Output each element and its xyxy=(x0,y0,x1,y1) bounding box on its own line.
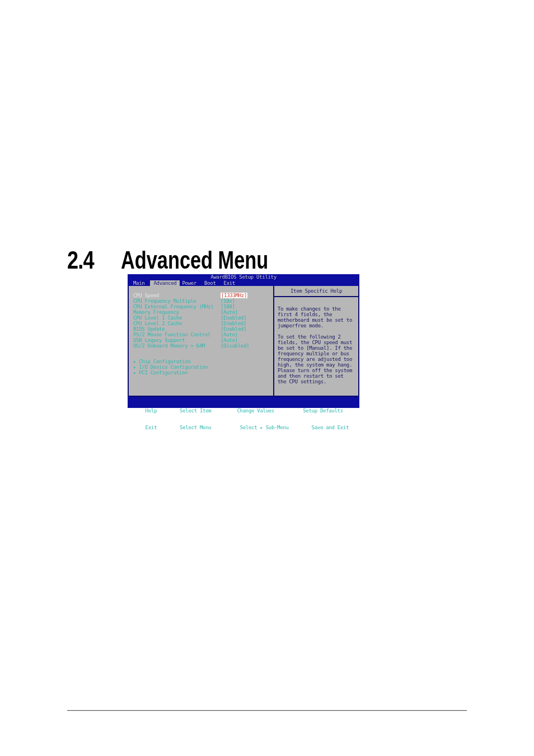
setting-value: [Enabled] xyxy=(221,321,246,326)
setting-label: PS/2 Mouse Function Control xyxy=(133,332,221,337)
setting-l2-cache[interactable]: CPU Level 2 Cache [Enabled] xyxy=(133,321,271,326)
submenu-chip-config[interactable]: ▸ Chip Configuration xyxy=(133,359,271,364)
submenu-io-device[interactable]: ▸ I/O Device Configuration xyxy=(133,364,271,370)
page: 2.4 Advanced Menu AwardBIOS Setup Utilit… xyxy=(0,0,534,756)
setting-l1-cache[interactable]: CPU Level 1 Cache [Enabled] xyxy=(133,315,271,321)
bios-menu-power[interactable]: Power xyxy=(180,280,202,286)
setting-value: [Auto] xyxy=(221,309,238,315)
triangle-icon: ▸ xyxy=(133,364,139,370)
setting-os2-memory[interactable]: OS/2 Onboard Memory > 64M [Disabled] xyxy=(133,343,271,349)
setting-label: Memory Frequency xyxy=(133,309,221,315)
footer-key: ←→ xyxy=(165,425,171,430)
setting-label: CPU Level 2 Cache xyxy=(133,321,221,326)
setting-cpu-ext-freq[interactable]: CPU External Frequency (MHz) [100] xyxy=(133,304,271,309)
bios-menu-bar: Main Advanced Power Boot Exit xyxy=(128,280,359,286)
triangle-icon: ▸ xyxy=(133,370,139,375)
footer-key: F5 xyxy=(289,408,294,414)
setting-value: [Auto] xyxy=(221,337,238,343)
bios-body: CPU Speed [1333MHz] CPU Frequency Multip… xyxy=(128,286,359,397)
heading-number: 2.4 xyxy=(67,246,94,274)
heading-title: Advanced Menu xyxy=(121,246,268,274)
setting-label: BIOS Update xyxy=(133,326,221,332)
footer-row-1: F1 Help ↑↓ Select Item -/+ Change Values… xyxy=(131,408,356,414)
submenu-pci-config[interactable]: ▸ PCI Configuration xyxy=(133,370,271,375)
setting-value: [Auto] xyxy=(221,332,238,337)
footer-key: Enter xyxy=(220,425,235,430)
setting-label: CPU Level 1 Cache xyxy=(133,315,221,321)
bios-footer: F1 Help ↑↓ Select Item -/+ Change Values… xyxy=(128,397,359,408)
submenu-label: PCI Configuration xyxy=(139,370,188,375)
footer-key: ↑↓ xyxy=(165,408,171,414)
setting-ps2-mouse[interactable]: PS/2 Mouse Function Control [Auto] xyxy=(133,332,271,337)
footer-key: F1 xyxy=(131,408,137,414)
triangle-icon: ▸ xyxy=(133,359,139,364)
page-footer-rule xyxy=(67,710,467,711)
submenu-label: I/O Device Configuration xyxy=(139,364,208,370)
bios-title-bar: AwardBIOS Setup Utility xyxy=(128,274,359,280)
footer-text: Select ▸ Sub-Menu xyxy=(240,425,289,430)
setting-bios-update[interactable]: BIOS Update [Enabled] xyxy=(133,326,271,332)
help-text: To make changes to the first 4 fields, t… xyxy=(278,306,355,384)
setting-label: CPU Frequency Multiple xyxy=(133,298,221,304)
footer-text: Exit xyxy=(146,425,157,430)
footer-text: Help xyxy=(146,408,157,414)
help-panel-title: Item Specific Help xyxy=(274,288,358,297)
setting-value: [1333MHz] xyxy=(221,293,247,298)
footer-text: Select Item xyxy=(180,408,211,414)
footer-text: Save and Exit xyxy=(312,425,349,430)
setting-label: CPU Speed xyxy=(133,293,221,298)
setting-memory-freq[interactable]: Memory Frequency [Auto] xyxy=(133,309,271,315)
footer-text: Select Menu xyxy=(180,425,211,430)
setting-cpu-speed[interactable]: CPU Speed [1333MHz] xyxy=(133,293,271,298)
setting-cpu-freq-mult[interactable]: CPU Frequency Multiple [10x] xyxy=(133,298,271,304)
bios-screenshot: AwardBIOS Setup Utility Main Advanced Po… xyxy=(128,274,359,408)
bios-menu-main[interactable]: Main xyxy=(131,280,150,286)
footer-key: F10 xyxy=(297,425,306,430)
bios-menu-exit[interactable]: Exit xyxy=(222,280,241,286)
setting-value: [Enabled] xyxy=(221,326,246,332)
setting-value: [Enabled] xyxy=(221,315,246,321)
bios-menu-boot[interactable]: Boot xyxy=(202,280,221,286)
footer-text: Change Values xyxy=(237,408,274,414)
footer-key: ESC xyxy=(131,425,139,430)
setting-label: CPU External Frequency (MHz) xyxy=(133,304,221,309)
footer-text: Setup Defaults xyxy=(303,408,343,414)
setting-label: USB Legacy Support xyxy=(133,337,221,343)
section-heading: 2.4 Advanced Menu xyxy=(67,246,467,274)
setting-usb-legacy[interactable]: USB Legacy Support [Auto] xyxy=(133,337,271,343)
bios-help-panel: Item Specific Help To make changes to th… xyxy=(273,286,358,396)
submenu-label: Chip Configuration xyxy=(139,359,190,364)
footer-key: -/+ xyxy=(220,408,228,414)
setting-value: [Disabled] xyxy=(221,343,249,349)
setting-label: OS/2 Onboard Memory > 64M xyxy=(133,343,221,349)
setting-value: [100] xyxy=(221,304,235,309)
bios-menu-advanced[interactable]: Advanced xyxy=(150,280,180,286)
bios-settings-panel: CPU Speed [1333MHz] CPU Frequency Multip… xyxy=(129,286,273,396)
setting-value: [10x] xyxy=(221,298,235,304)
footer-row-2: ESC Exit ←→ Select Menu Enter Select ▸ S… xyxy=(131,425,356,430)
